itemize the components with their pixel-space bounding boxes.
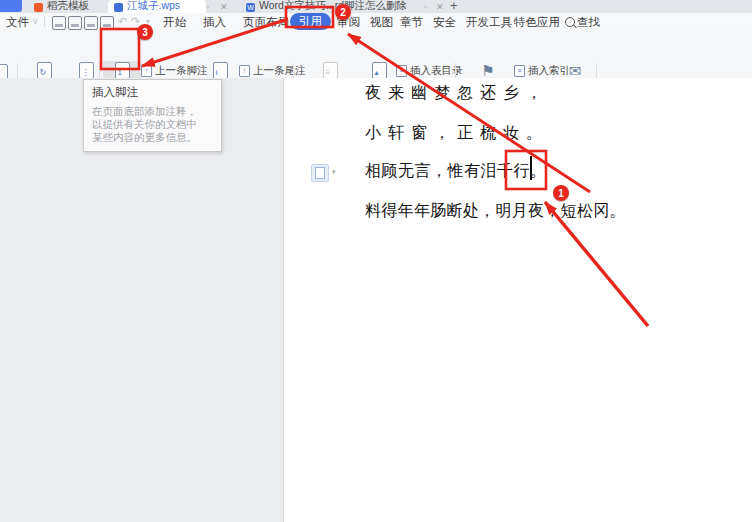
menu-review[interactable]: 审阅: [337, 15, 360, 30]
redo-icon[interactable]: ↷: [131, 15, 140, 28]
text-cursor: [530, 156, 532, 180]
prev-endnote-icon: ↑: [239, 65, 250, 77]
menu-page-layout[interactable]: 页面布局: [243, 15, 289, 30]
menu-dev-tools[interactable]: 开发工具: [466, 15, 512, 30]
menu-section[interactable]: 章节: [400, 15, 423, 30]
wps-window: 稻壳模板 江城子.wps ◦ ✕ W Word文字技巧...rd脚注怎么删除 ◦…: [0, 0, 752, 522]
ribbon-references: ↻ 更新目录 ⋮ 目录级别▾ 1 插入脚注 ↑ 上一条脚注 ↓ 下一条脚注 i …: [0, 30, 752, 79]
docer-icon: [34, 3, 43, 12]
search-icon: [565, 17, 575, 27]
insert-footnote-tooltip: 插入脚注 在页面底部添加注释， 以提供有关你的文档中 某些内容的更多信息。: [83, 79, 222, 152]
mail-icon: ✉: [569, 62, 582, 79]
word-doc-icon: W: [246, 3, 255, 12]
tab-label: 江城子.wps: [127, 0, 180, 13]
tab-label: 稻壳模板: [47, 0, 89, 13]
mark-index-icon: ⚑: [481, 62, 494, 79]
doc-line-1[interactable]: 夜来幽梦忽还乡，: [365, 83, 549, 104]
doc-line-4[interactable]: 料得年年肠断处，明月夜，短松冈。: [365, 201, 626, 222]
insert-endnote-icon: i: [213, 62, 228, 79]
doc-line-2[interactable]: 小轩窗，正梳妆。: [365, 123, 549, 144]
tooltip-body-line: 某些内容的更多信息。: [92, 131, 213, 144]
tab-close-icon[interactable]: ✕: [436, 2, 444, 12]
insert-index-icon: ≡: [514, 65, 525, 77]
tab-pin-icon[interactable]: ◦: [424, 2, 427, 12]
prev-footnote-icon: ↑: [141, 65, 152, 77]
tab-docer-template[interactable]: 稻壳模板: [28, 0, 118, 13]
insert-toc-table-button[interactable]: ≡ 插入表目录: [396, 63, 463, 78]
tooltip-title: 插入脚注: [92, 85, 213, 100]
tab-document-jiangchengzi[interactable]: 江城子.wps: [108, 0, 206, 13]
toc-level-icon: ⋮: [79, 62, 94, 79]
tab-label: Word文字技巧...rd脚注怎么删除: [259, 0, 407, 13]
menu-find[interactable]: 查找: [565, 15, 600, 30]
tab-article-word-tips[interactable]: W Word文字技巧...rd脚注怎么删除: [240, 0, 442, 13]
menu-bar: 文件 ∨ ↶ ↷ ▾ 开始 插入 页面布局 引用 审阅 视图 章节 安全 开发工…: [0, 13, 752, 31]
update-toc-icon: ↻: [37, 62, 52, 79]
divider: [44, 16, 45, 27]
footnote-separator-icon: ≡: [323, 62, 338, 79]
toolbar-more-icon[interactable]: ▾: [146, 17, 150, 26]
paste-options-caret-icon[interactable]: ▾: [332, 168, 336, 176]
document-page[interactable]: [283, 78, 752, 522]
tooltip-body-line: 以提供有关你的文档中: [92, 118, 213, 131]
paste-options-icon[interactable]: [311, 164, 329, 182]
menu-home[interactable]: 开始: [163, 15, 186, 30]
wps-home-button[interactable]: [0, 0, 22, 12]
menu-file[interactable]: 文件: [6, 15, 29, 30]
insert-toc-table-icon: ≡: [396, 65, 407, 77]
new-tab-button[interactable]: +: [450, 0, 458, 13]
menu-references[interactable]: 引用: [290, 13, 331, 30]
print-icon[interactable]: [84, 16, 98, 30]
caption-icon: ▴: [372, 62, 387, 79]
insert-footnote-icon: 1: [115, 62, 130, 79]
tab-close-icon[interactable]: ✕: [220, 2, 228, 12]
tab-bar: 稻壳模板 江城子.wps ◦ ✕ W Word文字技巧...rd脚注怎么删除 ◦…: [0, 0, 752, 13]
chevron-down-icon: ∨: [32, 16, 39, 26]
menu-special-features[interactable]: 特色应用: [514, 15, 560, 30]
menu-security[interactable]: 安全: [433, 15, 456, 30]
tab-pin-icon[interactable]: ◦: [206, 2, 209, 12]
print-preview-icon[interactable]: [100, 16, 114, 30]
menu-insert[interactable]: 插入: [203, 15, 226, 30]
undo-icon[interactable]: ↶: [118, 15, 127, 28]
tooltip-body-line: 在页面底部添加注释，: [92, 105, 213, 118]
doc-line-3[interactable]: 相顾无言，惟有泪千行。: [365, 161, 547, 182]
menu-view[interactable]: 视图: [370, 15, 393, 30]
wps-doc-icon: [114, 3, 123, 12]
export-icon[interactable]: [68, 16, 82, 30]
save-icon[interactable]: [52, 16, 66, 30]
